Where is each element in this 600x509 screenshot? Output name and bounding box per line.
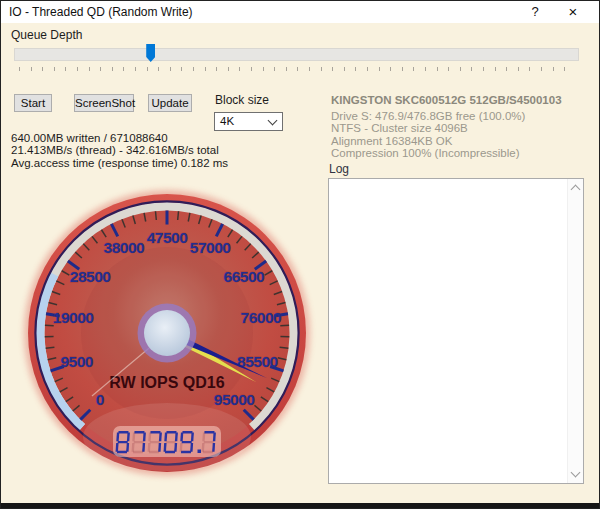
- block-size-select[interactable]: 4K: [214, 112, 283, 131]
- gauge-scale-label: 47500: [147, 229, 188, 246]
- log-textarea[interactable]: [328, 178, 584, 484]
- chevron-down-icon: [268, 116, 278, 126]
- update-button[interactable]: Update: [148, 94, 192, 112]
- gauge-scale-label: 38000: [104, 239, 145, 256]
- drive-free-space: Drive S: 476.9/476.8GB free (100.0%): [331, 110, 562, 123]
- screenshot-button[interactable]: ScreenShot: [74, 94, 134, 112]
- iops-gauge: 0950019000285003800047500570006650076000…: [7, 179, 329, 503]
- gauge-scale-label: 19000: [53, 309, 94, 326]
- gauge-digit-dot: [198, 450, 202, 454]
- gauge-scale-label: 66500: [224, 268, 265, 285]
- gauge-hub: [144, 310, 190, 356]
- gauge-title: RW IOPS QD16: [109, 374, 224, 391]
- stat-access-time: Avg.access time (response time) 0.182 ms: [11, 157, 228, 169]
- queue-depth-label: Queue Depth: [11, 28, 82, 42]
- gauge-minor-tick: [155, 211, 156, 220]
- stat-speed: 21.413MB/s (thread) - 342.616MB/s total: [11, 144, 228, 156]
- stat-written: 640.00MB written / 671088640: [11, 132, 228, 144]
- window-title: IO - Threaded QD (Random Write): [9, 1, 193, 23]
- window-bottom-edge: [1, 503, 599, 508]
- drive-model: KINGSTON SKC600512G 512GB/S4500103: [331, 94, 562, 107]
- queue-depth-slider-ticks: [19, 67, 575, 71]
- log-label: Log: [329, 162, 349, 176]
- gauge-minor-tick: [178, 211, 179, 220]
- gauge-scale-label: 57000: [190, 239, 231, 256]
- gauge-scale-label: 28500: [70, 268, 111, 285]
- gauge-scale-label: 76000: [241, 309, 282, 326]
- drive-compression: Compression 100% (Incompressible): [331, 147, 562, 160]
- block-size-label: Block size: [215, 93, 269, 107]
- io-benchmark-window: IO - Threaded QD (Random Write) ? × Queu…: [0, 0, 600, 509]
- title-bar: IO - Threaded QD (Random Write) ? ×: [1, 1, 599, 23]
- close-button[interactable]: ×: [557, 1, 589, 23]
- help-button[interactable]: ?: [519, 1, 551, 23]
- gauge-minor-tick: [280, 325, 289, 326]
- block-size-value: 4K: [220, 115, 234, 127]
- gauge-scale-label: 95000: [214, 391, 255, 408]
- log-scrollbar[interactable]: [567, 179, 583, 483]
- gauge-scale-label: 9500: [60, 353, 92, 370]
- drive-filesystem: NTFS - Cluster size 4096B: [331, 122, 562, 135]
- scroll-down-icon[interactable]: [571, 468, 581, 478]
- scroll-up-icon[interactable]: [571, 185, 581, 195]
- benchmark-stats: 640.00MB written / 671088640 21.413MB/s …: [11, 132, 228, 169]
- queue-depth-slider[interactable]: [14, 48, 579, 61]
- drive-info: KINGSTON SKC600512G 512GB/S4500103 Drive…: [331, 94, 562, 160]
- start-button[interactable]: Start: [14, 94, 52, 112]
- drive-alignment: Alignment 16384KB OK: [331, 135, 562, 148]
- gauge-scale-label: 0: [96, 391, 104, 408]
